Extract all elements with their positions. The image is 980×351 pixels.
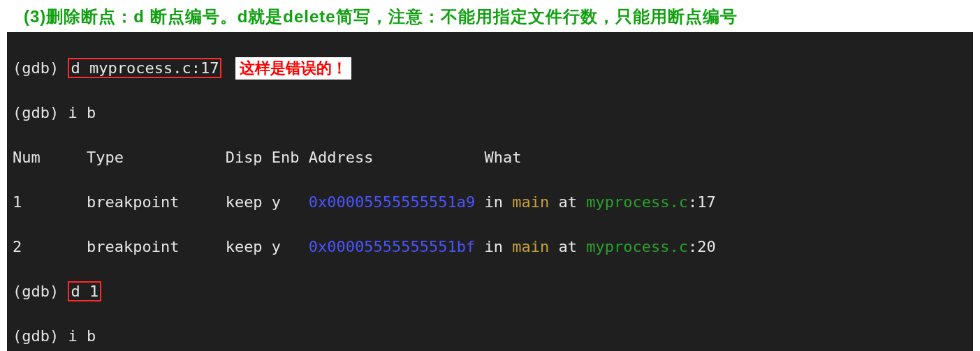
kw-at: at xyxy=(549,193,586,211)
bp-line: :17 xyxy=(688,193,716,211)
section-heading: (3)删除断点：d 断点编号。d就是delete简写，注意：不能用指定文件行数，… xyxy=(0,0,980,32)
bp-prefix: 2 breakpoint keep y xyxy=(13,238,309,255)
bp-address: 0x00005555555551bf xyxy=(309,238,475,255)
bp-prefix: 1 breakpoint keep y xyxy=(13,193,309,211)
bp-function: main xyxy=(512,193,549,211)
kw-in: in xyxy=(475,238,512,255)
term-bp-row-1: 1 breakpoint keep y 0x00005555555551a9 i… xyxy=(13,191,967,214)
term-line-1: (gdb) d myprocess.c:17 这样是错误的！ xyxy=(13,57,967,80)
term-line-2: (gdb) i b xyxy=(13,102,967,124)
kw-at: at xyxy=(549,238,586,255)
term-bp-row-2: 2 breakpoint keep y 0x00005555555551bf i… xyxy=(13,236,967,258)
bp-file: myprocess.c xyxy=(586,238,688,255)
error-callout: 这样是错误的！ xyxy=(235,57,351,80)
bp-file: myprocess.c xyxy=(586,193,688,211)
wrong-command-box: d myprocess.c:17 xyxy=(68,58,221,78)
terminal-output: (gdb) d myprocess.c:17 这样是错误的！ (gdb) i b… xyxy=(7,32,973,351)
term-line-6: (gdb) d 1 xyxy=(13,281,967,303)
gdb-prompt: (gdb) xyxy=(13,59,68,77)
bp-address: 0x00005555555551a9 xyxy=(309,193,475,211)
term-line-7: (gdb) i b xyxy=(13,325,967,348)
gdb-prompt: (gdb) xyxy=(13,283,68,300)
bp-line: :20 xyxy=(688,238,716,255)
kw-in: in xyxy=(475,193,512,211)
bp-function: main xyxy=(512,238,549,255)
delete-1-box: d 1 xyxy=(68,281,101,301)
term-header-1: Num Type Disp Enb Address What xyxy=(13,147,967,169)
